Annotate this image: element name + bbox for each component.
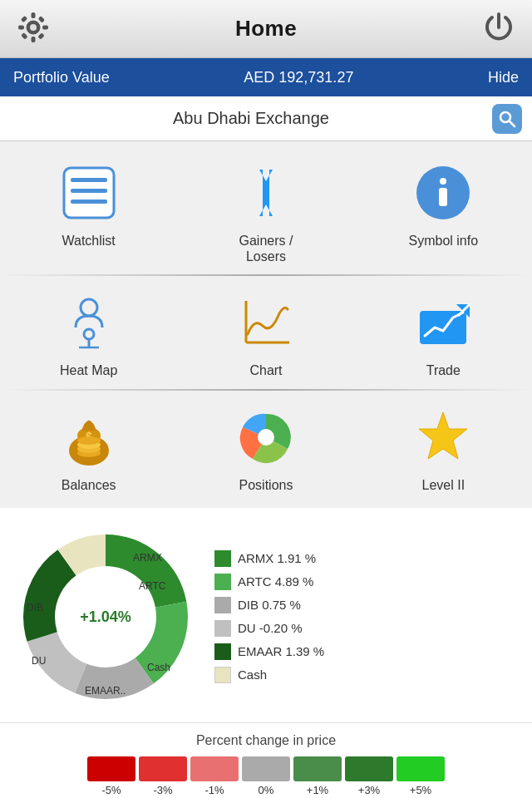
trade-label: Trade (426, 362, 461, 378)
pct-label-minus5: -5% (101, 784, 121, 796)
portfolio-bar: Portfolio Value AED 192,731.27 Hide (0, 58, 532, 96)
svg-rect-8 (21, 32, 27, 39)
search-input[interactable] (10, 109, 492, 128)
pct-label-zero: 0% (259, 784, 274, 796)
pct-change-bar: -5% -3% -1% 0% +1% +3% +5% (13, 756, 519, 796)
header: Home (0, 0, 532, 58)
svg-rect-9 (38, 16, 45, 22)
pct-label-minus1: -1% (204, 784, 224, 796)
page-title: Home (235, 16, 297, 42)
legend-item-emaar: EMAAR 1.39 % (214, 643, 522, 660)
heat-map-label: Heat Map (60, 362, 117, 378)
gear-icon[interactable] (15, 9, 52, 49)
legend-color-dib (214, 597, 231, 613)
pct-box-plus3 (345, 756, 393, 781)
trade-icon (410, 289, 476, 356)
svg-rect-20 (439, 188, 447, 206)
icon-grid: Watchlist Gainers /Losers (0, 141, 532, 508)
chart-icon (233, 289, 299, 356)
svg-marker-16 (259, 170, 273, 193)
icon-row-1: Watchlist Gainers /Losers (0, 150, 532, 271)
balances-button[interactable]: $ Balances (14, 404, 164, 493)
svg-rect-13 (71, 178, 107, 182)
gainers-losers-button[interactable]: Gainers /Losers (191, 160, 341, 264)
svg-marker-17 (259, 193, 273, 216)
svg-text:EMAAR..: EMAAR.. (85, 685, 126, 697)
power-icon[interactable] (480, 9, 517, 49)
chart-label: Chart (249, 362, 282, 378)
legend-color-armx (214, 550, 231, 567)
svg-point-19 (440, 178, 446, 185)
legend-item-cash: Cash (214, 667, 522, 683)
balances-icon: $ (56, 404, 122, 470)
svg-rect-2 (32, 12, 36, 18)
row-divider-2 (0, 389, 532, 391)
pct-box-zero (242, 756, 290, 781)
positions-icon (233, 404, 299, 470)
legend-label-dib: DIB 0.75 % (238, 598, 301, 612)
legend-color-artc (214, 574, 231, 590)
svg-point-22 (84, 329, 94, 339)
heat-map-button[interactable]: Heat Map (14, 289, 164, 378)
svg-point-21 (81, 299, 97, 316)
pct-cell-minus5: -5% (87, 756, 135, 796)
svg-text:ARMX: ARMX (133, 552, 162, 564)
chart-legend: ARMX 1.91 % ARTC 4.89 % DIB 0.75 % DU -0… (214, 550, 522, 683)
symbol-info-button[interactable]: Symbol info (368, 160, 518, 264)
pct-change-title: Percent change in price (13, 733, 519, 748)
legend-label-du: DU -0.20 % (238, 621, 303, 635)
svg-rect-3 (32, 37, 36, 42)
search-bar (0, 96, 532, 141)
positions-label: Positions (239, 477, 293, 493)
heat-map-icon (56, 289, 122, 356)
symbol-info-icon (410, 160, 476, 226)
legend-label-artc: ARTC 4.89 % (238, 574, 313, 589)
chart-button[interactable]: Chart (191, 289, 341, 378)
pct-box-minus1 (190, 756, 239, 781)
legend-color-cash (214, 667, 231, 683)
svg-rect-14 (71, 189, 107, 193)
watchlist-icon (56, 160, 122, 226)
svg-line-11 (510, 121, 515, 126)
pct-cell-plus1: +1% (293, 756, 342, 796)
legend-label-emaar: EMAAR 1.39 % (238, 644, 324, 658)
svg-rect-6 (21, 15, 27, 22)
gainers-losers-icon (233, 160, 299, 226)
svg-rect-7 (37, 32, 44, 39)
pct-change-section: Percent change in price -5% -3% -1% 0% +… (0, 722, 532, 798)
legend-item-du: DU -0.20 % (214, 620, 522, 637)
portfolio-hide-button[interactable]: Hide (488, 69, 519, 86)
pct-cell-plus5: +5% (397, 756, 445, 796)
row-divider-1 (0, 274, 532, 276)
svg-point-37 (77, 436, 101, 445)
symbol-info-label: Symbol info (409, 233, 479, 249)
legend-color-du (214, 620, 231, 637)
legend-label-cash: Cash (238, 667, 267, 682)
svg-marker-39 (419, 412, 467, 459)
portfolio-label: Portfolio Value (13, 69, 110, 86)
svg-point-38 (258, 429, 274, 446)
positions-button[interactable]: Positions (191, 404, 341, 493)
pct-box-minus3 (139, 756, 187, 781)
svg-text:DIB: DIB (27, 602, 43, 613)
legend-label-armx: ARMX 1.91 % (238, 551, 316, 565)
level-ii-button[interactable]: Level II (368, 404, 518, 493)
level-ii-label: Level II (422, 477, 466, 493)
legend-color-emaar (214, 643, 231, 660)
portfolio-value: AED 192,731.27 (244, 69, 353, 86)
balances-label: Balances (62, 477, 116, 493)
search-button[interactable] (492, 104, 522, 134)
svg-text:+1.04%: +1.04% (80, 608, 131, 625)
pct-cell-zero: 0% (242, 756, 290, 796)
watchlist-label: Watchlist (62, 233, 116, 249)
watchlist-button[interactable]: Watchlist (14, 160, 164, 264)
pct-label-plus1: +1% (307, 784, 328, 796)
trade-button[interactable]: Trade (368, 289, 518, 378)
level-ii-icon (410, 404, 476, 470)
pct-cell-plus3: +3% (345, 756, 393, 796)
pct-cell-minus1: -1% (190, 756, 239, 796)
svg-rect-5 (42, 25, 48, 29)
donut-chart: +1.04% ARMX ARTC DIB DU EMAAR.. Cash (10, 521, 201, 712)
pct-box-plus5 (397, 756, 445, 781)
legend-item-armx: ARMX 1.91 % (214, 550, 522, 567)
